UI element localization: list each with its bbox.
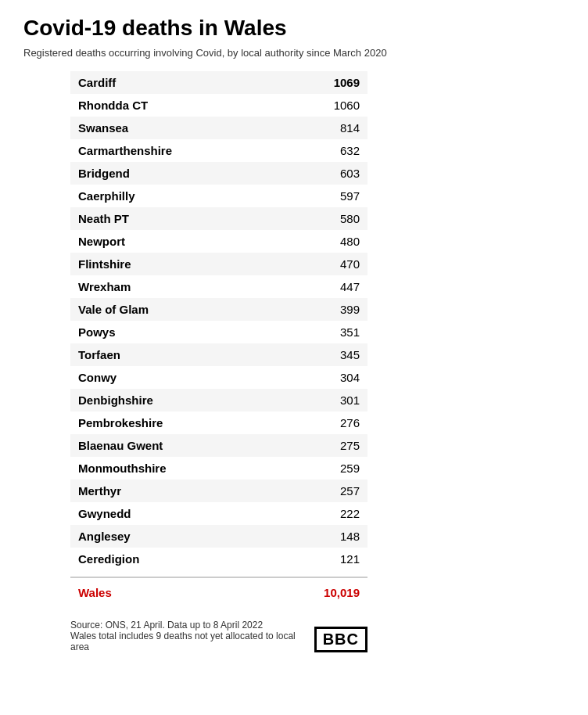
area-value: 259 [289, 457, 368, 480]
area-value: 470 [289, 253, 368, 275]
source-text: Source: ONS, 21 April. Data up to 8 Apri… [70, 620, 314, 631]
area-name: Gwynedd [70, 502, 289, 525]
table-row: Pembrokeshire276 [70, 411, 368, 434]
table-row: Vale of Glam399 [70, 298, 368, 321]
bbc-logo: BBC [314, 627, 368, 652]
table-row: Merthyr257 [70, 480, 368, 502]
area-name: Vale of Glam [70, 298, 289, 321]
table-row: Caerphilly597 [70, 185, 368, 207]
table-row: Conwy304 [70, 366, 368, 389]
area-name: Merthyr [70, 480, 289, 502]
area-name: Torfaen [70, 343, 289, 366]
area-name: Neath PT [70, 207, 289, 230]
table-row: Blaenau Gwent275 [70, 434, 368, 457]
area-value: 603 [289, 162, 368, 185]
table-row: Cardiff1069 [70, 71, 368, 94]
area-value: 632 [289, 139, 368, 162]
area-name: Anglesey [70, 525, 289, 548]
area-value: 1060 [289, 94, 368, 117]
chart-subtitle: Registered deaths occurring involving Co… [23, 47, 565, 59]
table-row: Powys351 [70, 321, 368, 343]
table-row: Carmarthenshire632 [70, 139, 368, 162]
area-name: Pembrokeshire [70, 411, 289, 434]
area-name: Conwy [70, 366, 289, 389]
spacer-row [70, 570, 368, 577]
table-row: Flintshire470 [70, 253, 368, 275]
table-row: Ceredigion121 [70, 548, 368, 570]
area-value: 480 [289, 230, 368, 253]
area-value: 1069 [289, 71, 368, 94]
area-value: 351 [289, 321, 368, 343]
area-name: Denbighshire [70, 389, 289, 411]
area-name: Caerphilly [70, 185, 289, 207]
total-value: 10,019 [289, 577, 368, 607]
area-name: Powys [70, 321, 289, 343]
total-row: Wales10,019 [70, 577, 368, 607]
area-value: 304 [289, 366, 368, 389]
area-value: 275 [289, 434, 368, 457]
table-row: Gwynedd222 [70, 502, 368, 525]
area-name: Cardiff [70, 71, 289, 94]
area-name: Bridgend [70, 162, 289, 185]
data-table: Cardiff1069Rhondda CT1060Swansea814Carma… [70, 71, 368, 607]
area-value: 814 [289, 117, 368, 139]
area-value: 148 [289, 525, 368, 548]
area-name: Monmouthshire [70, 457, 289, 480]
area-name: Flintshire [70, 253, 289, 275]
area-value: 301 [289, 389, 368, 411]
table-row: Swansea814 [70, 117, 368, 139]
chart-title: Covid-19 deaths in Wales [23, 16, 565, 41]
area-name: Rhondda CT [70, 94, 289, 117]
area-value: 597 [289, 185, 368, 207]
area-value: 447 [289, 275, 368, 298]
area-name: Swansea [70, 117, 289, 139]
table-row: Bridgend603 [70, 162, 368, 185]
area-name: Blaenau Gwent [70, 434, 289, 457]
table-row: Monmouthshire259 [70, 457, 368, 480]
footer: Source: ONS, 21 April. Data up to 8 Apri… [70, 620, 368, 652]
area-name: Carmarthenshire [70, 139, 289, 162]
area-value: 121 [289, 548, 368, 570]
area-value: 580 [289, 207, 368, 230]
area-name: Wrexham [70, 275, 289, 298]
table-row: Newport480 [70, 230, 368, 253]
area-value: 222 [289, 502, 368, 525]
table-row: Anglesey148 [70, 525, 368, 548]
table-row: Denbighshire301 [70, 389, 368, 411]
footer-note: Wales total includes 9 deaths not yet al… [70, 631, 314, 652]
area-name: Ceredigion [70, 548, 289, 570]
area-value: 257 [289, 480, 368, 502]
area-value: 399 [289, 298, 368, 321]
area-value: 345 [289, 343, 368, 366]
table-row: Wrexham447 [70, 275, 368, 298]
table-row: Rhondda CT1060 [70, 94, 368, 117]
table-row: Torfaen345 [70, 343, 368, 366]
area-name: Newport [70, 230, 289, 253]
area-value: 276 [289, 411, 368, 434]
total-area-name: Wales [70, 577, 289, 607]
table-row: Neath PT580 [70, 207, 368, 230]
